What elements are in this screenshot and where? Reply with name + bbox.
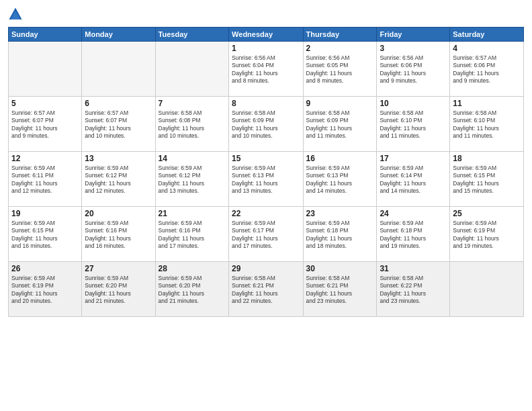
day-number: 1: [232, 44, 300, 53]
day-info: Sunrise: 6:59 AM Sunset: 6:18 PM Dayligh…: [380, 220, 447, 250]
calendar-cell: 20Sunrise: 6:59 AM Sunset: 6:16 PM Dayli…: [82, 207, 155, 262]
calendar-cell: 31Sunrise: 6:58 AM Sunset: 6:22 PM Dayli…: [377, 262, 450, 317]
day-number: 27: [85, 264, 152, 273]
day-number: 24: [380, 209, 447, 218]
day-number: 10: [380, 99, 447, 108]
day-info: Sunrise: 6:58 AM Sunset: 6:10 PM Dayligh…: [380, 109, 447, 140]
calendar-cell: 9Sunrise: 6:58 AM Sunset: 6:09 PM Daylig…: [303, 97, 377, 152]
calendar-week-row-2: 5Sunrise: 6:57 AM Sunset: 6:07 PM Daylig…: [9, 97, 524, 152]
calendar-cell: 21Sunrise: 6:59 AM Sunset: 6:16 PM Dayli…: [155, 207, 228, 262]
day-number: 2: [306, 44, 374, 53]
day-number: 29: [232, 264, 300, 273]
day-info: Sunrise: 6:56 AM Sunset: 6:05 PM Dayligh…: [306, 54, 374, 85]
day-info: Sunrise: 6:59 AM Sunset: 6:15 PM Dayligh…: [453, 165, 521, 195]
calendar-cell: 14Sunrise: 6:59 AM Sunset: 6:12 PM Dayli…: [155, 152, 228, 207]
calendar-table: SundayMondayTuesdayWednesdayThursdayFrid…: [8, 27, 524, 317]
day-number: 15: [232, 154, 300, 163]
calendar-cell: 23Sunrise: 6:59 AM Sunset: 6:18 PM Dayli…: [303, 207, 377, 262]
calendar-cell: 4Sunrise: 6:57 AM Sunset: 6:06 PM Daylig…: [450, 42, 524, 97]
calendar-cell: 26Sunrise: 6:59 AM Sunset: 6:19 PM Dayli…: [9, 262, 82, 317]
weekday-header-friday: Friday: [377, 28, 450, 42]
calendar-cell: 10Sunrise: 6:58 AM Sunset: 6:10 PM Dayli…: [377, 97, 450, 152]
day-info: Sunrise: 6:56 AM Sunset: 6:06 PM Dayligh…: [380, 54, 447, 85]
calendar-cell: 28Sunrise: 6:59 AM Sunset: 6:20 PM Dayli…: [155, 262, 228, 317]
day-number: 23: [306, 209, 374, 218]
day-info: Sunrise: 6:59 AM Sunset: 6:18 PM Dayligh…: [306, 220, 374, 250]
calendar-cell: 5Sunrise: 6:57 AM Sunset: 6:07 PM Daylig…: [9, 97, 82, 152]
calendar-cell: 7Sunrise: 6:58 AM Sunset: 6:08 PM Daylig…: [155, 97, 228, 152]
day-info: Sunrise: 6:58 AM Sunset: 6:21 PM Dayligh…: [306, 275, 374, 306]
calendar-week-row-4: 19Sunrise: 6:59 AM Sunset: 6:15 PM Dayli…: [9, 207, 524, 262]
calendar-week-row-3: 12Sunrise: 6:59 AM Sunset: 6:11 PM Dayli…: [9, 152, 524, 207]
day-number: 19: [11, 209, 79, 218]
day-info: Sunrise: 6:57 AM Sunset: 6:06 PM Dayligh…: [453, 54, 521, 85]
calendar-cell: 29Sunrise: 6:58 AM Sunset: 6:21 PM Dayli…: [229, 262, 303, 317]
calendar-cell: 15Sunrise: 6:59 AM Sunset: 6:13 PM Dayli…: [229, 152, 303, 207]
calendar-cell: 6Sunrise: 6:57 AM Sunset: 6:07 PM Daylig…: [82, 97, 155, 152]
day-number: 13: [85, 154, 152, 163]
calendar-cell: 17Sunrise: 6:59 AM Sunset: 6:14 PM Dayli…: [377, 152, 450, 207]
calendar-cell: 2Sunrise: 6:56 AM Sunset: 6:05 PM Daylig…: [303, 42, 377, 97]
calendar-cell: 25Sunrise: 6:59 AM Sunset: 6:19 PM Dayli…: [450, 207, 524, 262]
day-number: 7: [159, 99, 226, 108]
day-number: 22: [232, 209, 300, 218]
day-info: Sunrise: 6:59 AM Sunset: 6:20 PM Dayligh…: [85, 275, 152, 306]
calendar-week-row-1: 1Sunrise: 6:56 AM Sunset: 6:04 PM Daylig…: [9, 42, 524, 97]
day-info: Sunrise: 6:59 AM Sunset: 6:12 PM Dayligh…: [159, 165, 226, 195]
calendar-cell: 19Sunrise: 6:59 AM Sunset: 6:15 PM Dayli…: [9, 207, 82, 262]
weekday-header-wednesday: Wednesday: [229, 28, 303, 42]
day-info: Sunrise: 6:58 AM Sunset: 6:09 PM Dayligh…: [306, 109, 374, 140]
calendar-cell: 22Sunrise: 6:59 AM Sunset: 6:17 PM Dayli…: [229, 207, 303, 262]
day-number: 31: [380, 264, 447, 273]
day-number: 8: [232, 99, 300, 108]
day-number: 20: [85, 209, 152, 218]
calendar-cell: 3Sunrise: 6:56 AM Sunset: 6:06 PM Daylig…: [377, 42, 450, 97]
day-number: 25: [453, 209, 521, 218]
day-number: 17: [380, 154, 447, 163]
calendar-cell: 1Sunrise: 6:56 AM Sunset: 6:04 PM Daylig…: [229, 42, 303, 97]
day-info: Sunrise: 6:59 AM Sunset: 6:15 PM Dayligh…: [11, 220, 79, 250]
weekday-header-row: SundayMondayTuesdayWednesdayThursdayFrid…: [9, 28, 524, 42]
calendar-cell: 16Sunrise: 6:59 AM Sunset: 6:13 PM Dayli…: [303, 152, 377, 207]
calendar-cell: 13Sunrise: 6:59 AM Sunset: 6:12 PM Dayli…: [82, 152, 155, 207]
day-info: Sunrise: 6:59 AM Sunset: 6:11 PM Dayligh…: [11, 165, 79, 195]
day-info: Sunrise: 6:59 AM Sunset: 6:14 PM Dayligh…: [380, 165, 447, 195]
calendar-cell: [450, 262, 524, 317]
calendar-cell: [82, 42, 155, 97]
day-number: 5: [11, 99, 79, 108]
logo-icon: [8, 7, 23, 21]
day-info: Sunrise: 6:57 AM Sunset: 6:07 PM Dayligh…: [11, 109, 79, 140]
day-number: 11: [453, 99, 521, 108]
calendar-week-row-5: 26Sunrise: 6:59 AM Sunset: 6:19 PM Dayli…: [9, 262, 524, 317]
day-number: 3: [380, 44, 447, 53]
weekday-header-thursday: Thursday: [303, 28, 377, 42]
calendar-cell: 24Sunrise: 6:59 AM Sunset: 6:18 PM Dayli…: [377, 207, 450, 262]
weekday-header-saturday: Saturday: [450, 28, 524, 42]
day-number: 14: [159, 154, 226, 163]
calendar-cell: 27Sunrise: 6:59 AM Sunset: 6:20 PM Dayli…: [82, 262, 155, 317]
day-info: Sunrise: 6:57 AM Sunset: 6:07 PM Dayligh…: [85, 109, 152, 140]
logo: [8, 7, 26, 21]
day-info: Sunrise: 6:59 AM Sunset: 6:16 PM Dayligh…: [85, 220, 152, 250]
day-info: Sunrise: 6:58 AM Sunset: 6:10 PM Dayligh…: [453, 109, 521, 140]
day-number: 28: [159, 264, 226, 273]
day-number: 9: [306, 99, 374, 108]
calendar-cell: 30Sunrise: 6:58 AM Sunset: 6:21 PM Dayli…: [303, 262, 377, 317]
calendar-cell: 12Sunrise: 6:59 AM Sunset: 6:11 PM Dayli…: [9, 152, 82, 207]
day-info: Sunrise: 6:59 AM Sunset: 6:13 PM Dayligh…: [306, 165, 374, 195]
day-info: Sunrise: 6:58 AM Sunset: 6:08 PM Dayligh…: [159, 109, 226, 140]
day-number: 12: [11, 154, 79, 163]
day-number: 4: [453, 44, 521, 53]
day-info: Sunrise: 6:59 AM Sunset: 6:13 PM Dayligh…: [232, 165, 300, 195]
day-info: Sunrise: 6:59 AM Sunset: 6:12 PM Dayligh…: [85, 165, 152, 195]
day-info: Sunrise: 6:59 AM Sunset: 6:19 PM Dayligh…: [11, 275, 79, 306]
weekday-header-monday: Monday: [82, 28, 155, 42]
calendar-cell: 8Sunrise: 6:58 AM Sunset: 6:09 PM Daylig…: [229, 97, 303, 152]
day-number: 26: [11, 264, 79, 273]
calendar-cell: [9, 42, 82, 97]
page: SundayMondayTuesdayWednesdayThursdayFrid…: [0, 0, 532, 411]
header: [8, 7, 524, 21]
day-info: Sunrise: 6:59 AM Sunset: 6:20 PM Dayligh…: [159, 275, 226, 306]
day-number: 21: [159, 209, 226, 218]
day-info: Sunrise: 6:58 AM Sunset: 6:22 PM Dayligh…: [380, 275, 447, 306]
